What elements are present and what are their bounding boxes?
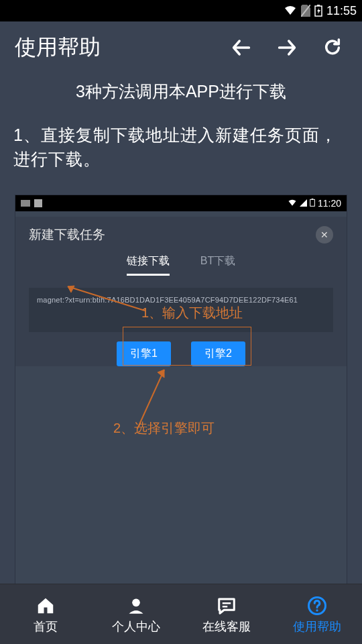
illustration-dialog-title: 新建下载任务 (29, 226, 316, 244)
nav-help[interactable]: 使用帮助 (272, 584, 362, 644)
battery-icon (310, 198, 315, 209)
svg-rect-5 (312, 199, 314, 199)
svg-line-6 (68, 286, 145, 311)
person-icon (127, 594, 145, 617)
nav-support-label: 在线客服 (202, 619, 251, 635)
statusbar-time: 11:55 (326, 4, 357, 18)
wifi-icon (288, 198, 297, 209)
chat-icon (217, 594, 237, 617)
help-icon (307, 594, 327, 617)
illustration-highlight-box (123, 327, 251, 366)
keyboard-icon (21, 198, 30, 209)
tab-link-download: 链接下载 (127, 254, 170, 276)
app-icon-indicator (34, 199, 42, 207)
svg-rect-4 (310, 199, 315, 206)
svg-rect-3 (21, 200, 30, 207)
signal-icon (300, 198, 307, 209)
close-icon: ✕ (316, 226, 333, 244)
app-toolbar: 使用帮助 (0, 21, 362, 74)
nav-profile-label: 个人中心 (112, 619, 160, 635)
bottom-nav: 首页 个人中心 在线客服 使用帮助 (0, 584, 362, 644)
nav-home[interactable]: 首页 (0, 584, 90, 644)
illustration-tabs: 链接下载 BT下载 (15, 254, 347, 276)
annotation-2: 2、选择引擎即可 (113, 419, 215, 437)
illustration-time: 11:20 (318, 198, 341, 209)
help-content: 3种方法调用本APP进行下载 1、直接复制下载地址进入新建任务页面，进行下载。 … (0, 80, 362, 588)
svg-point-12 (316, 609, 318, 611)
tab-bt-download: BT下载 (200, 254, 235, 276)
section-title: 3种方法调用本APP进行下载 (0, 80, 362, 103)
illustration-statusbar: 11:20 (15, 195, 347, 211)
nav-profile[interactable]: 个人中心 (90, 584, 181, 644)
illustration-statusbar-left (21, 198, 42, 209)
back-button[interactable] (227, 33, 256, 62)
sim-icon (301, 5, 310, 17)
annotation-1: 1、输入下载地址 (141, 304, 243, 322)
nav-help-label: 使用帮助 (293, 619, 341, 635)
annotation-arrow-1 (61, 281, 148, 319)
svg-point-8 (132, 598, 140, 606)
svg-rect-2 (317, 5, 320, 6)
step-1-text: 1、直接复制下载地址进入新建任务页面，进行下载。 (0, 123, 362, 185)
battery-icon (314, 5, 322, 17)
nav-support[interactable]: 在线客服 (181, 584, 272, 644)
forward-button[interactable] (272, 33, 302, 62)
page-title: 使用帮助 (15, 33, 210, 62)
home-icon (36, 594, 56, 617)
nav-home-label: 首页 (34, 619, 58, 635)
android-statusbar: 11:55 (0, 0, 362, 21)
help-illustration: 11:20 新建下载任务 ✕ 链接下载 BT下载 magnet:?xt=urn:… (15, 195, 347, 588)
wifi-icon (284, 5, 297, 16)
reload-button[interactable] (318, 33, 347, 62)
